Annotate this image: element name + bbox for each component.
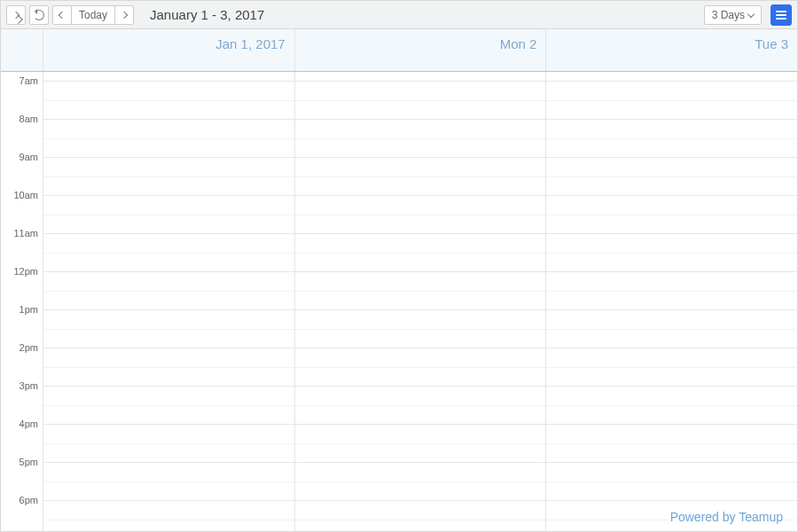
hour-label: 3pm [20,380,38,391]
halfhour-gridline [43,176,294,177]
hour-gridline [295,81,546,82]
halfhour-gridline [295,100,546,101]
hour-gridline [295,348,546,348]
hour-gridline [295,309,546,310]
refresh-icon [34,10,44,20]
hour-gridline [43,500,294,501]
hour-gridline [546,157,797,158]
date-nav-group: Today [52,5,134,25]
hour-label: 9am [20,152,38,162]
prev-button[interactable] [52,5,72,25]
day-header[interactable]: Mon 2 [295,29,547,71]
halfhour-gridline [546,405,797,406]
hamburger-icon [776,14,786,16]
hour-gridline [546,81,797,82]
hour-label: 7am [20,75,38,86]
view-range-select[interactable]: 3 Days [704,5,762,25]
halfhour-gridline [43,291,294,292]
hour-label: 12pm [13,266,38,277]
hour-label: 1pm [20,304,38,315]
hour-gridline [43,271,294,272]
today-button[interactable]: Today [71,5,115,25]
halfhour-gridline [295,291,546,292]
halfhour-gridline [43,100,294,101]
halfhour-gridline [546,138,797,139]
hour-label: 2pm [20,342,38,353]
halfhour-gridline [546,367,797,368]
hour-gridline [43,119,294,120]
day-header[interactable]: Tue 3 [546,29,797,71]
hour-gridline [295,500,546,501]
day-column[interactable] [546,72,797,531]
day-column[interactable] [43,72,295,531]
hour-label: 10am [13,190,38,200]
halfhour-gridline [295,443,546,444]
hour-label: 4pm [20,419,38,429]
date-range-label: January 1 - 3, 2017 [150,7,264,22]
main-menu-button[interactable] [771,4,792,26]
halfhour-gridline [546,100,797,101]
hour-gridline [295,271,546,272]
halfhour-gridline [43,481,294,482]
hour-gridline [43,462,294,463]
refresh-button[interactable] [29,5,49,25]
halfhour-gridline [295,215,546,215]
hour-gridline [546,462,797,463]
powered-by-link[interactable]: Powered by Teamup [669,510,785,524]
hour-gridline [546,500,797,501]
halfhour-gridline [295,405,546,406]
halfhour-gridline [43,520,294,520]
halfhour-gridline [295,520,546,520]
halfhour-gridline [546,176,797,177]
halfhour-gridline [295,253,546,254]
halfhour-gridline [295,367,546,368]
halfhour-gridline [43,253,294,254]
halfhour-gridline [43,138,294,139]
hour-gridline [546,348,797,348]
hour-label: 5pm [20,457,38,467]
time-gutter: 7am8am9am10am11am12pm1pm2pm3pm4pm5pm6pm7… [1,72,43,531]
hour-gridline [295,119,546,120]
hour-gridline [546,119,797,120]
hour-gridline [295,157,546,158]
chevron-double-right-icon [12,11,20,18]
hour-gridline [546,424,797,425]
hour-gridline [43,348,294,348]
halfhour-gridline [546,443,797,444]
halfhour-gridline [295,329,546,330]
hour-gridline [43,81,294,82]
halfhour-gridline [546,329,797,330]
hour-gridline [43,157,294,158]
halfhour-gridline [546,215,797,215]
hour-gridline [295,233,546,234]
hour-gridline [295,462,546,463]
hour-label: 6pm [20,495,38,505]
hour-gridline [43,233,294,234]
day-header-row: Jan 1, 2017 Mon 2 Tue 3 [1,29,797,72]
day-column[interactable] [295,72,547,531]
hour-gridline [295,424,546,425]
hour-gridline [43,424,294,425]
halfhour-gridline [546,291,797,292]
halfhour-gridline [295,138,546,139]
hour-label: 8am [20,113,38,124]
halfhour-gridline [43,329,294,330]
chevron-right-icon [121,11,128,18]
hour-gridline [43,309,294,310]
calendar-grid: 7am8am9am10am11am12pm1pm2pm3pm4pm5pm6pm7… [1,72,797,531]
hour-gridline [546,309,797,310]
expand-sidebar-button[interactable] [6,5,26,25]
halfhour-gridline [546,481,797,482]
toolbar: Today January 1 - 3, 2017 3 Days [1,1,797,29]
chevron-left-icon [59,11,66,18]
next-button[interactable] [114,5,134,25]
day-header[interactable]: Jan 1, 2017 [43,29,295,71]
hour-gridline [295,386,546,387]
hour-gridline [546,386,797,387]
hour-label: 11am [13,228,38,239]
gutter-header [1,29,43,71]
hour-gridline [546,233,797,234]
halfhour-gridline [295,481,546,482]
hour-gridline [43,386,294,387]
hour-gridline [546,271,797,272]
